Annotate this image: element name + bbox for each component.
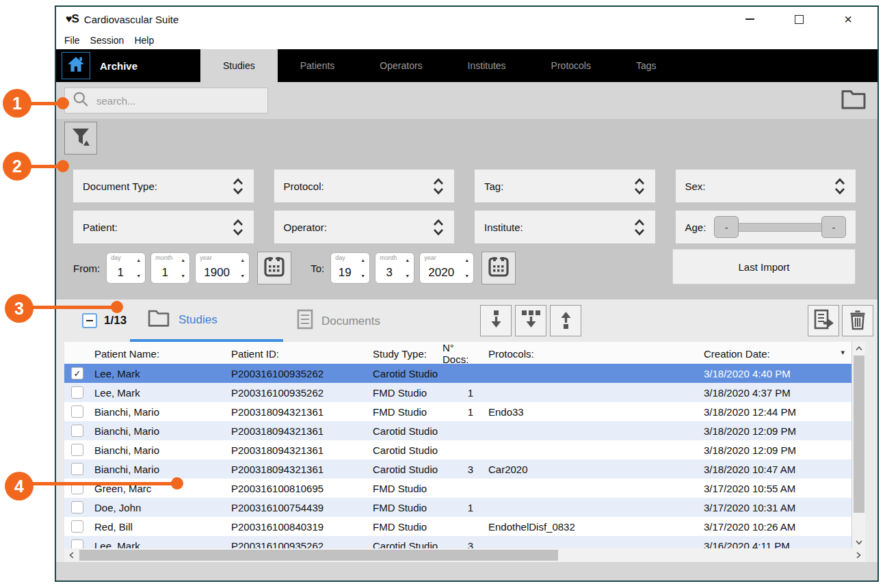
- nav-tab-patients[interactable]: Patients: [278, 49, 358, 82]
- nav-tab-protocols[interactable]: Protocols: [529, 49, 613, 82]
- from-calendar-button[interactable]: [257, 252, 291, 284]
- spin-up-icon[interactable]: ▲: [405, 258, 410, 263]
- table-row[interactable]: Bianchi, MarioP200318094321361Carotid St…: [64, 440, 851, 459]
- vertical-scrollbar[interactable]: [851, 342, 865, 548]
- spin-up-icon[interactable]: ▲: [240, 258, 245, 263]
- import-study-button[interactable]: [480, 305, 512, 336]
- row-checkbox[interactable]: [71, 520, 83, 533]
- search-box[interactable]: [64, 88, 268, 113]
- protocol-dropdown[interactable]: Protocol:: [274, 170, 455, 202]
- spin-down-icon[interactable]: ▼: [405, 273, 410, 278]
- vertical-scroll-thumb[interactable]: [854, 356, 864, 513]
- delete-button[interactable]: [842, 305, 873, 336]
- from-day-spinner[interactable]: day 1 ▲▼: [106, 252, 146, 284]
- row-checkbox[interactable]: [71, 444, 83, 456]
- col-n-docs[interactable]: N° Docs:: [442, 342, 480, 365]
- institute-dropdown[interactable]: Institute:: [475, 211, 655, 243]
- spin-up-icon[interactable]: ▲: [360, 258, 365, 263]
- maximize-button[interactable]: [791, 12, 806, 27]
- table-row[interactable]: Bianchi, MarioP200318094321361Carotid St…: [64, 421, 851, 440]
- row-checkbox[interactable]: [71, 386, 83, 399]
- to-year-spinner[interactable]: year 2020 ▲▼: [419, 252, 474, 284]
- table-row[interactable]: ✓Lee, MarkP200316100935262Carotid Studio…: [64, 364, 851, 383]
- table-row[interactable]: Red, BillP200316100840319FMD StudioEndot…: [64, 517, 851, 536]
- col-creation-date[interactable]: Creation Date:: [702, 348, 851, 360]
- nav-tab-operators[interactable]: Operators: [357, 49, 445, 82]
- row-checkbox[interactable]: [71, 501, 83, 513]
- close-button[interactable]: ×: [841, 12, 856, 27]
- scroll-right-icon[interactable]: [851, 548, 865, 562]
- table-row[interactable]: Bianchi, MarioP200318094321361Carotid St…: [64, 459, 851, 479]
- cell-patient-id: P200316100810695: [227, 483, 369, 494]
- export-report-button[interactable]: [808, 305, 839, 336]
- export-study-button[interactable]: [550, 305, 581, 336]
- callout-4-number: 4: [5, 472, 34, 500]
- arrow-down-squares-icon: [521, 310, 541, 332]
- last-import-button[interactable]: Last Import: [672, 249, 856, 284]
- spin-down-icon[interactable]: ▼: [240, 273, 245, 278]
- tab-studies[interactable]: Studies: [147, 309, 217, 331]
- age-min-handle[interactable]: -: [714, 216, 739, 238]
- search-input[interactable]: [96, 95, 247, 107]
- tab-documents[interactable]: Documents: [297, 309, 380, 333]
- scroll-down-icon[interactable]: [852, 536, 866, 548]
- table-row[interactable]: Doe, JohnP200316100754439FMD Studio13/17…: [64, 498, 851, 517]
- cell-creation-date: 3/18/2020 12:09 PM: [702, 425, 851, 437]
- app-logo-letter: S: [72, 12, 79, 26]
- horizontal-scroll-thumb[interactable]: [79, 550, 558, 561]
- tag-dropdown[interactable]: Tag:: [475, 170, 655, 202]
- col-protocols[interactable]: Protocols:: [480, 348, 702, 360]
- row-checkbox[interactable]: [71, 463, 83, 475]
- table-row[interactable]: Lee, MarkP200316100935262FMD Studio13/18…: [64, 383, 851, 402]
- menu-file[interactable]: File: [64, 35, 80, 46]
- nav-tab-institutes[interactable]: Institutes: [445, 49, 529, 82]
- patient-dropdown[interactable]: Patient:: [73, 211, 254, 243]
- operator-dropdown[interactable]: Operator:: [274, 211, 455, 243]
- home-button[interactable]: [62, 52, 90, 79]
- collapse-selection-checkbox[interactable]: [82, 313, 97, 328]
- col-patient-id[interactable]: Patient ID:: [227, 348, 369, 360]
- row-checkbox[interactable]: ✓: [71, 367, 83, 379]
- spin-up-icon[interactable]: ▲: [136, 258, 141, 263]
- from-year-spinner[interactable]: year 1900 ▲▼: [195, 252, 250, 284]
- cell-patient-name: Bianchi, Mario: [90, 444, 227, 456]
- horizontal-scrollbar[interactable]: [64, 548, 865, 562]
- filter-toggle-button[interactable]: [64, 122, 97, 155]
- row-checkbox[interactable]: [71, 425, 83, 437]
- document-type-dropdown[interactable]: Document Type:: [73, 170, 254, 202]
- cell-patient-id: P200318094321361: [227, 425, 369, 437]
- menu-session[interactable]: Session: [90, 35, 124, 46]
- spin-down-icon[interactable]: ▼: [360, 273, 365, 278]
- row-checkbox[interactable]: [71, 405, 83, 418]
- scroll-up-icon[interactable]: [852, 342, 866, 354]
- cell-patient-name: Bianchi, Mario: [90, 425, 227, 437]
- menu-help[interactable]: Help: [134, 35, 154, 46]
- sex-dropdown[interactable]: Sex:: [676, 170, 856, 202]
- to-day-spinner[interactable]: day 19 ▲▼: [330, 252, 370, 284]
- age-range-slider[interactable]: - -: [714, 216, 846, 238]
- cell-patient-id: P200316100935262: [227, 540, 369, 549]
- cell-patient-id: P200316100935262: [227, 387, 369, 399]
- open-folder-button[interactable]: [841, 89, 867, 113]
- import-multiple-button[interactable]: [515, 305, 546, 336]
- spin-up-icon[interactable]: ▲: [464, 258, 469, 263]
- table-row[interactable]: Bianchi, MarioP200318094321361FMD Studio…: [64, 402, 851, 421]
- nav-tab-studies[interactable]: Studies: [200, 49, 278, 82]
- row-checkbox[interactable]: [71, 539, 83, 548]
- to-month-spinner[interactable]: month 3 ▲▼: [375, 252, 414, 284]
- spin-down-icon[interactable]: ▼: [136, 273, 141, 278]
- spin-down-icon[interactable]: ▼: [464, 273, 469, 278]
- col-study-type[interactable]: Study Type:: [369, 348, 442, 360]
- to-calendar-button[interactable]: [481, 252, 516, 284]
- scroll-left-icon[interactable]: [64, 548, 78, 562]
- cell-study-type: FMD Studio: [369, 483, 442, 494]
- nav-tab-tags[interactable]: Tags: [613, 49, 679, 82]
- minimize-button[interactable]: [742, 12, 757, 27]
- table-row[interactable]: Lee, MarkP200316100935262Carotid Studio3…: [64, 536, 851, 548]
- spin-down-icon[interactable]: ▼: [181, 273, 185, 278]
- age-max-handle[interactable]: -: [821, 216, 846, 238]
- calendar-icon: [487, 255, 510, 281]
- col-patient-name[interactable]: Patient Name:: [90, 348, 227, 360]
- spin-up-icon[interactable]: ▲: [181, 258, 185, 263]
- from-month-spinner[interactable]: month 1 ▲▼: [150, 252, 190, 284]
